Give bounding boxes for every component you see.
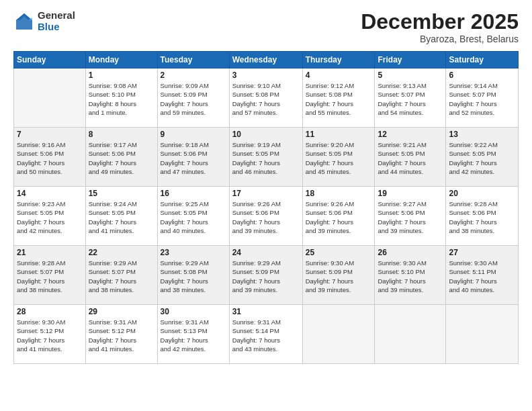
day-number: 26: [378, 248, 443, 257]
day-info: Sunrise: 9:29 AMSunset: 5:09 PMDaylight:…: [232, 259, 300, 294]
logo-icon: [13, 11, 35, 32]
logo: General Blue: [13, 10, 75, 32]
day-info: Sunrise: 9:12 AMSunset: 5:08 PMDaylight:…: [306, 81, 372, 117]
location-subtitle: Byaroza, Brest, Belarus: [361, 34, 519, 44]
day-info: Sunrise: 9:30 AMSunset: 5:10 PMDaylight:…: [378, 259, 443, 294]
table-row: 3Sunrise: 9:10 AMSunset: 5:08 PMDaylight…: [229, 68, 302, 128]
table-row: 5Sunrise: 9:13 AMSunset: 5:07 PMDaylight…: [375, 68, 446, 128]
day-number: 29: [89, 307, 154, 316]
table-row: 24Sunrise: 9:29 AMSunset: 5:09 PMDayligh…: [229, 246, 302, 305]
day-number: 5: [378, 71, 443, 80]
day-number: 16: [161, 189, 226, 198]
table-row: [446, 305, 519, 364]
header-monday: Monday: [85, 52, 157, 68]
table-row: 1Sunrise: 9:08 AMSunset: 5:10 PMDaylight…: [85, 68, 157, 128]
calendar-table: Sunday Monday Tuesday Wednesday Thursday…: [13, 51, 519, 364]
table-row: 28Sunrise: 9:30 AMSunset: 5:12 PMDayligh…: [14, 305, 86, 364]
table-row: 30Sunrise: 9:31 AMSunset: 5:13 PMDayligh…: [157, 305, 229, 364]
day-number: 12: [378, 130, 443, 139]
month-title: December 2025: [361, 10, 519, 34]
header-wednesday: Wednesday: [229, 52, 302, 68]
day-info: Sunrise: 9:30 AMSunset: 5:11 PMDaylight:…: [449, 259, 515, 294]
table-row: 19Sunrise: 9:27 AMSunset: 5:06 PMDayligh…: [375, 187, 446, 246]
table-row: [375, 305, 446, 364]
logo-text: General Blue: [38, 10, 75, 32]
table-row: 26Sunrise: 9:30 AMSunset: 5:10 PMDayligh…: [375, 246, 446, 305]
table-row: 14Sunrise: 9:23 AMSunset: 5:05 PMDayligh…: [14, 187, 86, 246]
table-row: 2Sunrise: 9:09 AMSunset: 5:09 PMDaylight…: [157, 68, 229, 128]
table-row: 15Sunrise: 9:24 AMSunset: 5:05 PMDayligh…: [85, 187, 157, 246]
day-info: Sunrise: 9:31 AMSunset: 5:12 PMDaylight:…: [89, 318, 154, 353]
table-row: [302, 305, 375, 364]
day-info: Sunrise: 9:18 AMSunset: 5:06 PMDaylight:…: [161, 140, 226, 176]
day-info: Sunrise: 9:16 AMSunset: 5:06 PMDaylight:…: [17, 140, 83, 176]
logo-general-text: General: [38, 10, 75, 21]
day-number: 27: [449, 248, 515, 257]
day-number: 9: [161, 130, 226, 139]
table-row: 12Sunrise: 9:21 AMSunset: 5:05 PMDayligh…: [375, 128, 446, 187]
day-number: 14: [17, 189, 83, 198]
day-number: 2: [161, 71, 226, 80]
table-row: 27Sunrise: 9:30 AMSunset: 5:11 PMDayligh…: [446, 246, 519, 305]
day-info: Sunrise: 9:10 AMSunset: 5:08 PMDaylight:…: [232, 81, 300, 117]
header-saturday: Saturday: [446, 52, 519, 68]
day-info: Sunrise: 9:26 AMSunset: 5:06 PMDaylight:…: [306, 199, 372, 235]
day-info: Sunrise: 9:28 AMSunset: 5:07 PMDaylight:…: [17, 259, 83, 294]
day-info: Sunrise: 9:29 AMSunset: 5:07 PMDaylight:…: [89, 259, 154, 294]
day-number: 18: [306, 189, 372, 198]
day-info: Sunrise: 9:24 AMSunset: 5:05 PMDaylight:…: [89, 199, 154, 235]
logo-blue-text: Blue: [38, 21, 75, 33]
day-info: Sunrise: 9:17 AMSunset: 5:06 PMDaylight:…: [89, 140, 154, 176]
day-info: Sunrise: 9:09 AMSunset: 5:09 PMDaylight:…: [161, 81, 226, 117]
table-row: 20Sunrise: 9:28 AMSunset: 5:06 PMDayligh…: [446, 187, 519, 246]
day-number: 15: [89, 189, 154, 198]
day-number: 8: [89, 130, 154, 139]
day-info: Sunrise: 9:30 AMSunset: 5:09 PMDaylight:…: [306, 259, 372, 294]
day-info: Sunrise: 9:23 AMSunset: 5:05 PMDaylight:…: [17, 199, 83, 235]
table-row: 13Sunrise: 9:22 AMSunset: 5:05 PMDayligh…: [446, 128, 519, 187]
day-info: Sunrise: 9:28 AMSunset: 5:06 PMDaylight:…: [449, 199, 515, 235]
calendar-week-row: 1Sunrise: 9:08 AMSunset: 5:10 PMDaylight…: [14, 68, 519, 128]
table-row: 18Sunrise: 9:26 AMSunset: 5:06 PMDayligh…: [302, 187, 375, 246]
day-number: 11: [306, 130, 372, 139]
table-row: 11Sunrise: 9:20 AMSunset: 5:05 PMDayligh…: [302, 128, 375, 187]
table-row: 10Sunrise: 9:19 AMSunset: 5:05 PMDayligh…: [229, 128, 302, 187]
day-info: Sunrise: 9:14 AMSunset: 5:07 PMDaylight:…: [449, 81, 515, 117]
day-info: Sunrise: 9:25 AMSunset: 5:05 PMDaylight:…: [161, 199, 226, 235]
day-number: 24: [232, 248, 300, 257]
day-info: Sunrise: 9:30 AMSunset: 5:12 PMDaylight:…: [17, 318, 83, 353]
day-number: 4: [306, 71, 372, 80]
table-row: 6Sunrise: 9:14 AMSunset: 5:07 PMDaylight…: [446, 68, 519, 128]
calendar-week-row: 28Sunrise: 9:30 AMSunset: 5:12 PMDayligh…: [14, 305, 519, 364]
header: General Blue December 2025 Byaroza, Bres…: [13, 10, 519, 44]
day-info: Sunrise: 9:27 AMSunset: 5:06 PMDaylight:…: [378, 199, 443, 235]
table-row: 17Sunrise: 9:26 AMSunset: 5:06 PMDayligh…: [229, 187, 302, 246]
calendar-week-row: 14Sunrise: 9:23 AMSunset: 5:05 PMDayligh…: [14, 187, 519, 246]
table-row: 9Sunrise: 9:18 AMSunset: 5:06 PMDaylight…: [157, 128, 229, 187]
calendar-week-row: 7Sunrise: 9:16 AMSunset: 5:06 PMDaylight…: [14, 128, 519, 187]
day-number: 30: [161, 307, 226, 316]
table-row: 4Sunrise: 9:12 AMSunset: 5:08 PMDaylight…: [302, 68, 375, 128]
day-number: 3: [232, 71, 300, 80]
table-row: 8Sunrise: 9:17 AMSunset: 5:06 PMDaylight…: [85, 128, 157, 187]
header-tuesday: Tuesday: [157, 52, 229, 68]
table-row: 25Sunrise: 9:30 AMSunset: 5:09 PMDayligh…: [302, 246, 375, 305]
table-row: 21Sunrise: 9:28 AMSunset: 5:07 PMDayligh…: [14, 246, 86, 305]
day-info: Sunrise: 9:31 AMSunset: 5:13 PMDaylight:…: [161, 318, 226, 353]
day-info: Sunrise: 9:29 AMSunset: 5:08 PMDaylight:…: [161, 259, 226, 294]
table-row: 29Sunrise: 9:31 AMSunset: 5:12 PMDayligh…: [85, 305, 157, 364]
day-number: 19: [378, 189, 443, 198]
day-info: Sunrise: 9:21 AMSunset: 5:05 PMDaylight:…: [378, 140, 443, 176]
header-thursday: Thursday: [302, 52, 375, 68]
table-row: [14, 68, 86, 128]
day-info: Sunrise: 9:13 AMSunset: 5:07 PMDaylight:…: [378, 81, 443, 117]
page: General Blue December 2025 Byaroza, Bres…: [0, 0, 532, 411]
day-number: 28: [17, 307, 83, 316]
day-info: Sunrise: 9:19 AMSunset: 5:05 PMDaylight:…: [232, 140, 300, 176]
table-row: 22Sunrise: 9:29 AMSunset: 5:07 PMDayligh…: [85, 246, 157, 305]
table-row: 31Sunrise: 9:31 AMSunset: 5:14 PMDayligh…: [229, 305, 302, 364]
calendar-week-row: 21Sunrise: 9:28 AMSunset: 5:07 PMDayligh…: [14, 246, 519, 305]
table-row: 7Sunrise: 9:16 AMSunset: 5:06 PMDaylight…: [14, 128, 86, 187]
day-number: 25: [306, 248, 372, 257]
table-row: 23Sunrise: 9:29 AMSunset: 5:08 PMDayligh…: [157, 246, 229, 305]
